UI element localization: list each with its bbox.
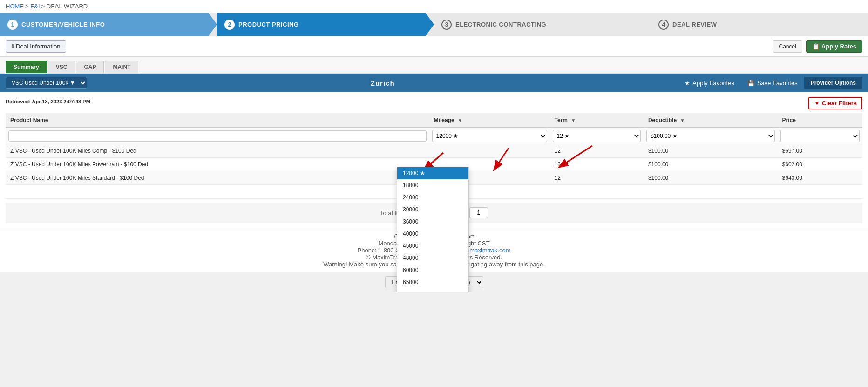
step-label-3: ELECTRONIC CONTRACTING [455,21,546,28]
price-cell: $697.00 [778,144,862,158]
col-header-product-name: Product Name [6,113,429,128]
save-favorites-button[interactable]: 💾 Save Favorites [741,77,804,89]
toolbar: ℹ Deal Information Cancel 📋 Apply Rates [0,36,868,57]
breadcrumb: HOME > F&I > DEAL WIZARD [0,0,868,13]
retrieved-text: Retrieved: Apr 18, 2023 2:07:48 PM [6,99,90,104]
wizard-step-2[interactable]: 2 PRODUCT PRICING [217,13,434,36]
col-header-deductible: Deductible ▼ [644,113,778,128]
breadcrumb-home[interactable]: HOME [6,3,24,10]
table-row: Z VSC - Used Under 100K Miles Comp - $10… [6,144,862,158]
tab-summary[interactable]: Summary [6,61,47,73]
deductible-filter-select[interactable]: $100.00 ★ [646,130,775,142]
col-header-mileage: Mileage ▼ [429,113,550,128]
tab-gap[interactable]: GAP [76,61,104,73]
price-cell: $640.00 [778,171,862,185]
tabs-bar: Summary VSC GAP MAINT [0,57,868,74]
star-icon: ★ [685,80,690,87]
tab-maint[interactable]: MAINT [105,61,138,73]
product-name-filter-input[interactable] [8,130,427,142]
table-container: Product Name Mileage ▼ Term ▼ Deductible… [6,113,862,199]
deal-info-button[interactable]: ℹ Deal Information [6,40,66,53]
product-name-cell: Z VSC - Used Under 100K Miles Powertrain… [6,158,429,171]
term-cell: 12 [550,171,644,185]
mileage-option-18000[interactable]: 18000 [397,179,468,191]
col-header-price: Price [778,113,862,128]
mileage-cell [429,144,550,158]
tab-vsc[interactable]: VSC [48,61,75,73]
mileage-option-30000[interactable]: 30000 [397,204,468,216]
col-header-term: Term ▼ [550,113,644,128]
vsc-type-dropdown[interactable]: VSC Used Under 100k ▼ [6,77,87,89]
mileage-option-65000[interactable]: 65000 [397,276,468,288]
content-area: Retrieved: Apr 18, 2023 2:07:48 PM ▼ Cle… [0,92,868,228]
cancel-button[interactable]: Cancel [773,40,802,53]
term-cell: 12 [550,144,644,158]
apply-rates-button[interactable]: 📋 Apply Rates [806,40,862,53]
provider-name: Zurich [371,79,395,87]
provider-bar: VSC Used Under 100k ▼ Zurich ★ Apply Fav… [0,74,868,92]
breadcrumb-fi[interactable]: F&I [30,3,40,10]
product-name-cell: Z VSC - Used Under 100K Miles Comp - $10… [6,144,429,158]
file-icon: 📋 [812,43,820,50]
price-cell: $602.00 [778,158,862,171]
mileage-filter-icon: ▼ [458,118,462,123]
term-filter-icon: ▼ [571,118,576,123]
wizard-steps: 1 CUSTOMER/VEHICLE INFO 2 PRODUCT PRICIN… [0,13,868,36]
mileage-option-40000[interactable]: 40000 [397,228,468,240]
mileage-option-36000[interactable]: 36000 [397,216,468,228]
term-cell: 12 [550,158,644,171]
save-icon: 💾 [747,80,755,87]
step-label-1: CUSTOMER/VEHICLE INFO [21,21,105,28]
step-label-2: PRODUCT PRICING [238,21,299,28]
filter-row: 12000 ★ 12 ★ $100.00 ★ [6,128,862,144]
deductible-cell: $100.00 [644,158,778,171]
wizard-step-1[interactable]: 1 CUSTOMER/VEHICLE INFO [0,13,217,36]
provider-options-button[interactable]: Provider Options [804,77,862,89]
deductible-cell: $100.00 [644,171,778,185]
mileage-option-48000[interactable]: 48000 [397,252,468,264]
mileage-filter-select[interactable]: 12000 ★ [432,130,547,142]
term-filter-select[interactable]: 12 ★ [553,130,641,142]
mileage-dropdown: 12000 ★ 18000 24000 30000 36000 40000 45… [397,167,469,292]
step-num-3: 3 [441,20,452,30]
wizard-step-4[interactable]: 4 DEAL REVIEW [651,13,868,36]
step-num-1: 1 [7,20,18,30]
provider-actions: ★ Apply Favorites 💾 Save Favorites Provi… [678,77,862,89]
mileage-option-24000[interactable]: 24000 [397,191,468,204]
mileage-option-45000[interactable]: 45000 [397,240,468,252]
wizard-step-3[interactable]: 3 ELECTRONIC CONTRACTING [434,13,651,36]
page-number-input[interactable] [469,207,488,218]
mileage-option-12000[interactable]: 12000 ★ [397,167,468,179]
deductible-filter-icon: ▼ [680,118,685,123]
step-num-2: 2 [224,20,235,30]
info-icon: ℹ [12,43,14,50]
step-label-4: DEAL REVIEW [672,21,717,28]
product-name-cell: Z VSC - Used Under 100K Miles Standard -… [6,171,429,185]
clear-filters-button[interactable]: ▼ Clear Filters [808,97,862,109]
deductible-cell: $100.00 [644,144,778,158]
mileage-option-75000[interactable]: 75000 [397,288,468,292]
filter-icon: ▼ [814,100,820,107]
breadcrumb-current: DEAL WIZARD [47,3,88,10]
step-num-4: 4 [658,20,669,30]
mileage-option-60000[interactable]: 60000 [397,264,468,276]
price-filter-select[interactable] [780,130,860,142]
apply-favorites-button[interactable]: ★ Apply Favorites [678,77,741,89]
